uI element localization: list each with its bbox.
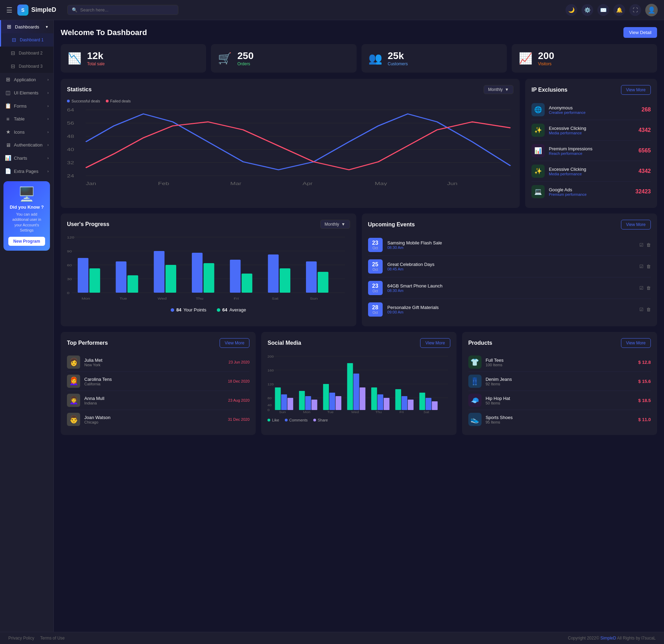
sidebar-promo: 🖥️ Did you Know ? You can add additional… <box>3 181 50 251</box>
event-delete-icon-1[interactable]: 🗑 <box>646 264 651 269</box>
svg-rect-77 <box>419 393 425 410</box>
event-edit-icon-3[interactable]: ☑ <box>639 307 644 312</box>
product-item-2: 🧢 Hip Hop Hat 50 Items $ 18.5 <box>468 391 651 410</box>
event-actions-2[interactable]: ☑ 🗑 <box>639 285 651 291</box>
event-month-3: Oct <box>372 311 379 315</box>
mail-icon[interactable]: ✉️ <box>597 4 609 16</box>
settings-icon[interactable]: ⚙️ <box>581 4 593 16</box>
svg-rect-63 <box>305 396 311 410</box>
sidebar-item-extra-pages[interactable]: 📄 Extra Pages › <box>0 165 53 178</box>
sidebar-item-authentication[interactable]: 🖥 Authentication › <box>0 139 53 151</box>
top-performers-card: Top Performers View More 👩 Julia Met New… <box>61 332 256 435</box>
event-actions-1[interactable]: ☑ 🗑 <box>639 264 651 269</box>
legend-like: Like <box>267 418 279 422</box>
product-item-0: 👕 Full Tees 100 Items $ 12.8 <box>468 353 651 372</box>
svg-text:Apr: Apr <box>303 181 313 186</box>
performer-item-1: 👩‍🦰 Carolina Tens California 18 Dec 2020 <box>67 372 249 391</box>
products-header: Products View More <box>468 338 651 348</box>
performers-view-more-button[interactable]: View More <box>220 338 249 348</box>
dashboard-icon: ⊞ <box>6 24 12 30</box>
promo-text: You can add additional user in your Acco… <box>8 212 45 233</box>
product-icon-0: 👕 <box>468 356 482 369</box>
sidebar-item-charts[interactable]: 📊 Charts › <box>0 151 53 165</box>
performer-info-1: Carolina Tens California <box>84 377 224 386</box>
top-performers-header: Top Performers View More <box>67 338 249 348</box>
product-items-2: 50 Items <box>486 401 634 405</box>
social-media-title: Social Media <box>267 340 301 346</box>
products-card: Products View More 👕 Full Tees 100 Items… <box>462 332 657 435</box>
event-actions-3[interactable]: ☑ 🗑 <box>639 307 651 312</box>
svg-text:40: 40 <box>67 147 74 152</box>
product-icon-3: 👟 <box>468 413 482 426</box>
sidebar-item-dashboard1[interactable]: ⊟ Dashboard 1 <box>0 33 53 47</box>
products-view-more-button[interactable]: View More <box>621 338 651 348</box>
sidebar-item-table[interactable]: ≡ Table › <box>0 112 53 125</box>
users-progress-chart: 120 90 60 30 0 <box>67 234 350 303</box>
topbar-icons: 🌙 ⚙️ ✉️ 🔔 ⛶ 👤 <box>565 4 658 16</box>
svg-rect-64 <box>312 400 317 410</box>
svg-rect-79 <box>432 401 438 410</box>
terms-of-use-link[interactable]: Terms of Use <box>40 636 65 641</box>
sidebar-item-icons[interactable]: ★ Icons › <box>0 125 53 139</box>
svg-text:120: 120 <box>67 236 74 239</box>
ip-info-excessive1: Excessive Clicking Media performance <box>549 126 634 135</box>
hamburger-icon[interactable]: ☰ <box>6 6 12 14</box>
ip-sub-excessive2: Media performance <box>549 172 634 176</box>
chevron-right-icon-3: › <box>48 104 49 108</box>
sidebar-item-application[interactable]: ⊞ Application › <box>0 73 53 86</box>
users-progress-filter-button[interactable]: Monthly ▼ <box>320 220 350 229</box>
sidebar-item-forms[interactable]: 📋 Forms › <box>0 99 53 112</box>
svg-rect-36 <box>230 260 241 293</box>
event-actions-0[interactable]: ☑ 🗑 <box>639 242 651 248</box>
grid-icon-2: ⊟ <box>10 50 16 56</box>
new-program-button[interactable]: New Program <box>8 237 45 246</box>
event-title-1: Great Celebration Days <box>388 262 635 267</box>
avatar[interactable]: 👤 <box>645 4 658 16</box>
event-month-0: Oct <box>372 246 379 250</box>
charts-icon: 📊 <box>5 155 11 161</box>
performer-name-1: Carolina Tens <box>84 377 224 382</box>
event-time-1: 08:45 Am <box>388 267 635 271</box>
ip-exclusions-card: IP Exclusions View More 🌐 Anonymous Crea… <box>525 79 657 208</box>
search-input[interactable] <box>80 7 174 12</box>
events-view-more-button[interactable]: View More <box>621 220 651 229</box>
ip-info-anonymous: Anonymous Creative performance <box>549 105 637 115</box>
search-bar[interactable]: 🔍 <box>67 5 178 15</box>
social-view-more-button[interactable]: View More <box>420 338 450 348</box>
sidebar-item-dashboard2[interactable]: ⊟ Dashboard 2 <box>0 47 53 60</box>
sidebar-item-dashboards[interactable]: ⊞ Dashboards ▼ <box>0 20 53 33</box>
event-delete-icon-0[interactable]: 🗑 <box>646 242 651 248</box>
theme-toggle-icon[interactable]: 🌙 <box>565 4 577 16</box>
svg-rect-34 <box>192 253 203 293</box>
expand-icon[interactable]: ⛶ <box>629 4 641 16</box>
statistics-filter-button[interactable]: Monthly ▼ <box>484 85 513 94</box>
ip-exclusions-header: IP Exclusions View More <box>531 85 651 95</box>
orders-icon: 🛒 <box>218 52 232 65</box>
sidebar-item-ui-elements[interactable]: ◫ UI Elements › <box>0 86 53 99</box>
authentication-label: Authentication <box>14 142 42 148</box>
event-edit-icon-0[interactable]: ☑ <box>639 242 644 248</box>
svg-text:48: 48 <box>67 134 74 139</box>
total-sale-icon: 📉 <box>68 52 82 65</box>
users-progress-footer: 84 Your Points 64 Average <box>67 307 350 312</box>
event-title-2: 64GB Smart Phone Launch <box>388 283 635 288</box>
view-detail-button[interactable]: View Detail <box>623 27 657 38</box>
your-points-value: 84 <box>176 307 181 312</box>
privacy-policy-link[interactable]: Privacy Policy <box>8 636 34 641</box>
legend-failed: Failed deals <box>106 99 131 103</box>
event-delete-icon-2[interactable]: 🗑 <box>646 285 651 291</box>
sidebar-item-dashboard3[interactable]: ⊟ Dashboard 3 <box>0 60 53 73</box>
event-edit-icon-2[interactable]: ☑ <box>639 285 644 291</box>
product-info-0: Full Tees 100 Items <box>486 358 634 367</box>
main-grid: Statistics Monthly ▼ Successful deals <box>61 79 657 208</box>
ip-view-more-button[interactable]: View More <box>621 85 651 95</box>
event-delete-icon-3[interactable]: 🗑 <box>646 307 651 312</box>
chevron-right-icon-5: › <box>48 130 49 134</box>
bell-icon[interactable]: 🔔 <box>613 4 625 16</box>
ip-icon-anonymous: 🌐 <box>531 103 545 116</box>
legend-failed-label: Failed deals <box>110 99 131 103</box>
event-edit-icon-1[interactable]: ☑ <box>639 264 644 269</box>
product-items-0: 100 Items <box>486 363 634 367</box>
statistics-line-chart: 64 56 48 40 32 24 Jan Feb <box>67 106 513 186</box>
users-progress-card: User's Progress Monthly ▼ <box>61 214 356 326</box>
